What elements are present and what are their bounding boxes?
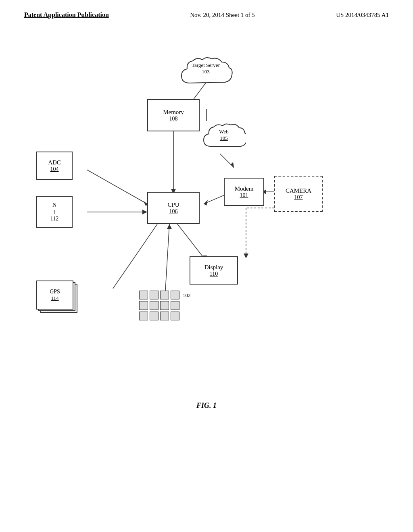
svg-marker-20 bbox=[167, 224, 172, 229]
gps-node: GPS 114 bbox=[36, 281, 81, 317]
figure-caption: FIG. 1 bbox=[0, 401, 413, 410]
diagram-area: Target Server 103 Web 105 Memory 108 ADC… bbox=[0, 35, 413, 397]
target-server-node: Target Server 103 bbox=[177, 55, 234, 91]
page-header: Patent Application Publication Nov. 20, … bbox=[0, 0, 413, 19]
svg-marker-8 bbox=[143, 201, 147, 206]
modem-node: Modem 101 bbox=[224, 178, 264, 206]
adc-node: ADC 104 bbox=[36, 152, 73, 180]
target-server-label: Target Server 103 bbox=[177, 62, 234, 75]
svg-marker-6 bbox=[204, 200, 208, 206]
web-label: Web 105 bbox=[202, 129, 246, 141]
keypad-node: —102 bbox=[139, 291, 191, 299]
svg-line-11 bbox=[177, 224, 206, 260]
svg-line-19 bbox=[165, 224, 169, 291]
date-sheet-label: Nov. 20, 2014 Sheet 1 of 5 bbox=[190, 12, 255, 19]
camera-node: CAMERA 107 bbox=[274, 176, 323, 212]
patent-number-label: US 2014/0343785 A1 bbox=[336, 12, 389, 19]
svg-marker-2 bbox=[231, 162, 234, 168]
web-node: Web 105 bbox=[202, 121, 246, 154]
svg-line-7 bbox=[87, 170, 147, 204]
svg-line-18 bbox=[113, 224, 157, 289]
svg-line-1 bbox=[220, 154, 234, 168]
cpu-node: CPU 106 bbox=[147, 192, 200, 224]
svg-marker-10 bbox=[142, 210, 147, 214]
compass-node: N ↑ 112 bbox=[36, 196, 73, 228]
publication-label: Patent Application Publication bbox=[24, 11, 109, 19]
memory-node: Memory 108 bbox=[147, 99, 200, 131]
display-node: Display 110 bbox=[190, 256, 238, 285]
svg-marker-15 bbox=[244, 254, 248, 258]
